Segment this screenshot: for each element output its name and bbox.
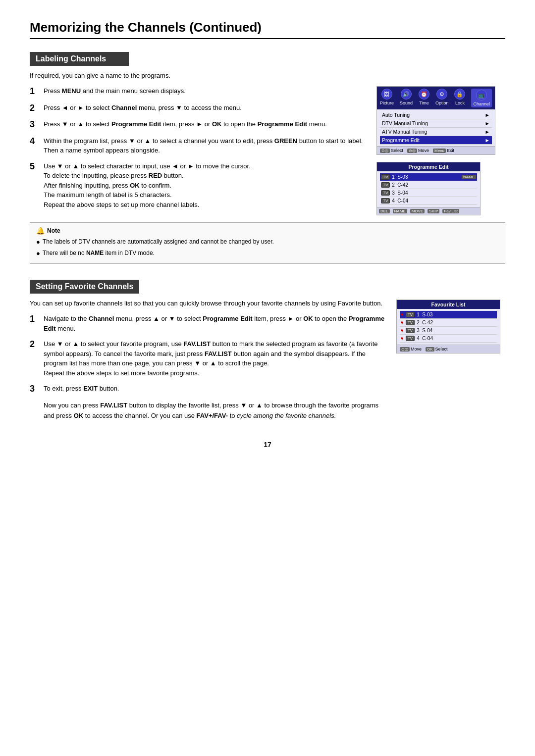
fav-tv-badge-4: TV — [406, 336, 415, 341]
tv-badge-4: TV — [381, 198, 390, 203]
step-4: 4 Within the program list, press ▼ or ▲ … — [30, 136, 367, 155]
heart-icon-1: ♥ — [401, 312, 404, 317]
step-4-num: 4 — [30, 136, 39, 147]
step-5-text: Use ▼ or ▲ to select character to input,… — [44, 161, 251, 210]
prog-edit-ui: Programme Edit TV 1 S-03 NAME TV 2 C-42 … — [376, 162, 481, 215]
fav-row-4: ♥ TV 4 C-04 — [400, 335, 497, 343]
footer-exit: Menu Exit — [433, 148, 454, 153]
prog-row-3: TV 3 S-04 — [380, 189, 477, 197]
menu-row-autotuning: Auto Tuning► — [380, 111, 492, 119]
footer-move: ⊙◎ Move — [407, 148, 429, 153]
s2-additional-text: Now you can press FAV.LIST button to dis… — [44, 401, 386, 421]
s2-step-1: 1 Navigate to the Channel menu, press ▲ … — [30, 314, 386, 333]
fav-row-1: ♥ TV 1 S-03 — [400, 311, 497, 319]
prog-edit-rows: TV 1 S-03 NAME TV 2 C-42 TV 3 S-04 TV — [377, 171, 480, 207]
section2-header: Setting Favorite Channels — [30, 280, 139, 294]
s2-step-3-num: 3 — [30, 384, 39, 395]
fav-tv-badge-2: TV — [406, 320, 415, 325]
step-3-text: Press ▼ or ▲ to select Programme Edit it… — [44, 119, 327, 129]
fav-footer-select: OK Select — [426, 347, 448, 352]
s2-step-2: 2 Use ▼ or ▲ to select your favorite pro… — [30, 339, 386, 378]
title-text: Memorizing the Channels — [30, 20, 186, 35]
footer-favlist: Fav.List — [442, 209, 459, 213]
note-header: 🔔 Note — [36, 227, 499, 235]
heart-icon-3: ♥ — [401, 328, 404, 333]
fav-list-ui: Favourite List ♥ TV 1 S-03 ♥ TV 2 C-42 ♥ — [396, 300, 500, 353]
menu-icon-lock: 🔒 Lock — [454, 89, 465, 107]
fav-list-footer: ⊙◎ Move OK Select — [397, 345, 500, 353]
heart-icon-2: ♥ — [401, 320, 404, 325]
step-1-text: Press MENU and the main menu screen disp… — [44, 86, 186, 96]
s2-step-2-num: 2 — [30, 339, 39, 350]
sound-icon: 🔊 — [401, 89, 412, 100]
picture-icon: 🖼 — [381, 89, 392, 100]
note-item-2: ● There will be no NAME item in DTV mode… — [36, 249, 499, 258]
tv-badge-1: TV — [381, 174, 390, 180]
s2-step-1-text: Navigate to the Channel menu, press ▲ or… — [44, 314, 386, 333]
time-icon: ⏰ — [419, 89, 429, 100]
menu-icons-row: 🖼 Picture 🔊 Sound ⏰ Time ⚙ Option — [377, 87, 495, 109]
note-box: 🔔 Note ● The labels of DTV channels are … — [30, 222, 505, 264]
section1-intro: If required, you can give a name to the … — [30, 72, 505, 79]
note-item-1: ● The labels of DTV channels are automat… — [36, 237, 499, 247]
step-1: 1 Press MENU and the main menu screen di… — [30, 86, 367, 97]
section2-intro: You can set up favorite channels list so… — [30, 300, 386, 307]
footer-name: NAME — [393, 209, 407, 213]
menu-row-progedit: Programme Edit► — [380, 136, 492, 145]
section2-left: You can set up favorite channels list so… — [30, 300, 386, 421]
prog-row-2: TV 2 C-42 — [380, 181, 477, 189]
s2-step-2-text: Use ▼ or ▲ to select your favorite progr… — [44, 339, 386, 378]
s2-step-3-text: To exit, press EXIT button. — [44, 384, 119, 394]
footer-move2: MOVE — [410, 209, 425, 213]
prog-row-4: TV 4 C-04 — [380, 197, 477, 205]
menu-row-dtv: DTV Manual Tuning► — [380, 119, 492, 128]
s2-step-3: 3 To exit, press EXIT button. — [30, 384, 386, 395]
menu-icon-option: ⚙ Option — [435, 89, 449, 107]
heart-icon-4: ♥ — [401, 336, 404, 341]
fav-tv-badge-1: TV — [406, 312, 415, 317]
prog-row-1: TV 1 S-03 NAME — [380, 173, 477, 181]
step-2-num: 2 — [30, 103, 39, 114]
menu-icon-sound: 🔊 Sound — [400, 89, 413, 107]
note-icon: 🔔 — [36, 227, 45, 235]
menu-footer: ⊙◎ Select ⊙◎ Move Menu Exit — [377, 146, 495, 154]
step-4-text: Within the program list, press ▼ or ▲ to… — [44, 136, 367, 155]
fav-row-2: ♥ TV 2 C-42 — [400, 319, 497, 327]
footer-del: DEL — [379, 209, 390, 213]
fav-list-rows: ♥ TV 1 S-03 ♥ TV 2 C-42 ♥ TV 3 S-04 — [397, 309, 500, 345]
section1-steps: 1 Press MENU and the main menu screen di… — [30, 86, 367, 215]
fav-list-title: Favourite List — [397, 300, 500, 309]
step-5: 5 Use ▼ or ▲ to select character to inpu… — [30, 161, 367, 210]
step-2-text: Press ◄ or ► to select Channel menu, pre… — [44, 103, 242, 113]
prog-edit-footer: DEL NAME MOVE SKIP Fav.List — [377, 207, 480, 215]
title-suffix: (Continued) — [189, 20, 262, 35]
lock-icon: 🔒 — [454, 89, 465, 100]
section1-ui: 🖼 Picture 🔊 Sound ⏰ Time ⚙ Option — [376, 86, 505, 215]
section-labeling-channels: Labeling Channels If required, you can g… — [30, 43, 505, 264]
step-3-num: 3 — [30, 119, 39, 130]
fav-row-3: ♥ TV 3 S-04 — [400, 327, 497, 335]
tv-badge-3: TV — [381, 190, 390, 196]
name-badge: NAME — [462, 175, 476, 179]
footer-select: ⊙◎ Select — [380, 148, 403, 153]
s2-step-1-num: 1 — [30, 314, 39, 325]
section2-right: Favourite List ♥ TV 1 S-03 ♥ TV 2 C-42 ♥ — [396, 300, 505, 353]
fav-footer-move: ⊙◎ Move — [400, 347, 422, 352]
step-3: 3 Press ▼ or ▲ to select Programme Edit … — [30, 119, 367, 130]
menu-ui: 🖼 Picture 🔊 Sound ⏰ Time ⚙ Option — [376, 86, 495, 155]
option-icon: ⚙ — [436, 89, 447, 100]
menu-rows: Auto Tuning► DTV Manual Tuning► ATV Manu… — [377, 109, 495, 146]
step-2: 2 Press ◄ or ► to select Channel menu, p… — [30, 103, 367, 114]
footer-skip: SKIP — [428, 209, 439, 213]
tv-badge-2: TV — [381, 182, 390, 188]
menu-icon-channel: 📺 Channel — [471, 89, 492, 107]
step-5-num: 5 — [30, 161, 39, 172]
fav-tv-badge-3: TV — [406, 328, 415, 333]
section-favorite-channels: Setting Favorite Channels You can set up… — [30, 271, 505, 421]
section1-header: Labeling Channels — [30, 52, 129, 66]
menu-row-atv: ATV Manual Tuning► — [380, 128, 492, 136]
menu-icon-time: ⏰ Time — [419, 89, 429, 107]
page-title: Memorizing the Channels (Continued) — [30, 20, 505, 39]
step-1-num: 1 — [30, 86, 39, 97]
page-number: 17 — [30, 441, 505, 449]
